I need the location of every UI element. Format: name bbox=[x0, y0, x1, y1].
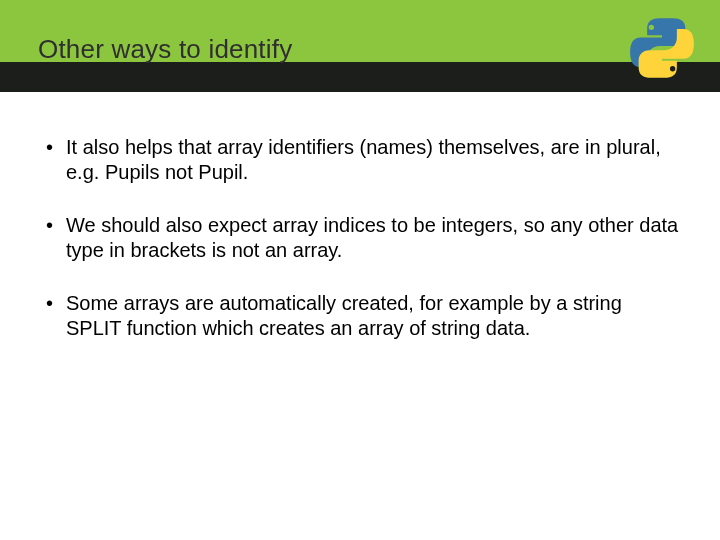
slide-title: Other ways to identify bbox=[38, 34, 292, 65]
bullet-text: We should also expect array indices to b… bbox=[66, 213, 680, 263]
bullet-item: • It also helps that array identifiers (… bbox=[46, 135, 680, 185]
bullet-dot-icon: • bbox=[46, 291, 66, 316]
bullet-dot-icon: • bbox=[46, 213, 66, 238]
python-logo-icon bbox=[628, 14, 696, 82]
content-area: • It also helps that array identifiers (… bbox=[46, 135, 680, 369]
header-dark-band bbox=[0, 62, 720, 92]
bullet-text: Some arrays are automatically created, f… bbox=[66, 291, 680, 341]
bullet-item: • We should also expect array indices to… bbox=[46, 213, 680, 263]
slide-container: Other ways to identify • It also helps t… bbox=[0, 0, 720, 540]
bullet-text: It also helps that array identifiers (na… bbox=[66, 135, 680, 185]
bullet-item: • Some arrays are automatically created,… bbox=[46, 291, 680, 341]
bullet-dot-icon: • bbox=[46, 135, 66, 160]
